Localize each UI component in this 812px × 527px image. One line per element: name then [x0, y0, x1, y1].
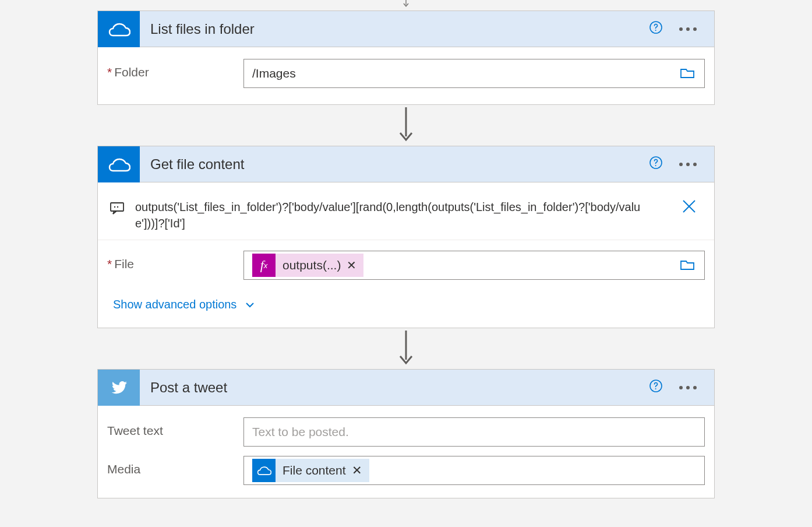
connector-arrow [398, 328, 414, 369]
chevron-down-icon [245, 300, 255, 310]
step-list-files-in-folder[interactable]: List files in folder *Folder [97, 10, 715, 105]
expression-peek: outputs('List_files_in_folder')?['body/v… [98, 191, 714, 240]
step-title: List files in folder [140, 21, 649, 37]
twitter-icon [98, 370, 140, 406]
fx-icon: fx [252, 254, 276, 277]
message-icon [107, 199, 125, 219]
folder-picker-icon[interactable] [679, 65, 696, 82]
connector-arrow [398, 0, 414, 10]
onedrive-icon [98, 11, 140, 47]
show-advanced-label: Show advanced options [113, 298, 236, 311]
step-title: Get file content [140, 156, 649, 173]
more-options-icon[interactable] [679, 163, 697, 166]
media-input[interactable]: File content ✕ [243, 456, 705, 485]
dynamic-content-token-label: File content [283, 463, 346, 477]
svg-point-2 [655, 30, 656, 31]
show-advanced-options-button[interactable]: Show advanced options [107, 298, 255, 311]
file-input[interactable]: fx outputs(...) ✕ [243, 251, 705, 280]
more-options-icon[interactable] [679, 386, 697, 389]
more-options-icon[interactable] [679, 27, 697, 31]
step-header[interactable]: Get file content [98, 146, 714, 182]
svg-point-7 [114, 206, 115, 208]
tweet-text-label: Tweet text [107, 417, 243, 438]
help-icon[interactable] [649, 20, 663, 37]
help-icon[interactable] [649, 156, 663, 173]
token-remove-icon[interactable]: ✕ [347, 258, 356, 272]
help-icon[interactable] [649, 379, 663, 396]
file-picker-icon[interactable] [679, 257, 696, 274]
expression-token-label: outputs(...) [283, 258, 341, 272]
folder-label: *Folder [107, 59, 243, 79]
svg-point-5 [655, 165, 656, 166]
file-label: *File [107, 251, 243, 271]
step-header[interactable]: List files in folder [98, 11, 714, 47]
step-title: Post a tweet [140, 380, 649, 396]
tweet-text-input[interactable]: Text to be posted. [243, 417, 705, 447]
folder-field-row: *Folder /Images [107, 59, 705, 88]
tweet-text-placeholder: Text to be posted. [252, 425, 349, 439]
dynamic-content-token[interactable]: File content ✕ [252, 459, 369, 482]
media-label: Media [107, 456, 243, 476]
token-remove-icon[interactable]: ✕ [352, 463, 362, 477]
onedrive-icon [98, 146, 140, 182]
expression-text: outputs('List_files_in_folder')?['body/v… [135, 199, 669, 231]
svg-point-8 [117, 206, 118, 208]
step-post-a-tweet[interactable]: Post a tweet Tweet text [97, 369, 715, 498]
svg-point-13 [655, 388, 656, 389]
file-field-row: *File fx outputs(...) ✕ [107, 251, 705, 280]
close-icon[interactable] [679, 199, 699, 214]
folder-input-value: /Images [252, 66, 296, 80]
expression-token[interactable]: fx outputs(...) ✕ [252, 254, 363, 277]
tweet-text-field-row: Tweet text Text to be posted. [107, 417, 705, 447]
onedrive-icon [252, 459, 276, 482]
connector-arrow [398, 105, 414, 146]
media-field-row: Media File content ✕ [107, 456, 705, 485]
step-header[interactable]: Post a tweet [98, 370, 714, 406]
folder-input[interactable]: /Images [243, 59, 705, 88]
step-get-file-content[interactable]: Get file content [97, 146, 715, 328]
flow-designer-canvas: List files in folder *Folder [0, 0, 812, 498]
